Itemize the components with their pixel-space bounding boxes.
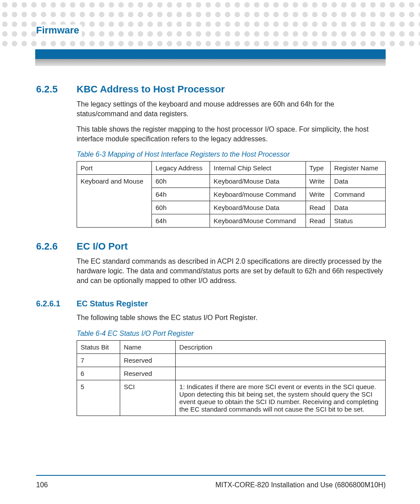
chapter-title: Firmware	[36, 25, 82, 36]
table-caption: Table 6-3 Mapping of Host Interface Regi…	[77, 151, 386, 158]
cell: 6	[77, 367, 120, 380]
section-title: EC I/O Port	[77, 241, 128, 252]
cell: Data	[331, 201, 386, 214]
table-caption: Table 6-4 EC Status I/O Port Register	[77, 330, 386, 338]
cell: 1: Indicates if there are more SCI event…	[176, 380, 386, 416]
col-internal-chip-select: Internal Chip Select	[210, 162, 306, 175]
col-legacy-address: Legacy Address	[152, 162, 210, 175]
cell: 7	[77, 353, 120, 367]
cell: Reserved	[120, 367, 176, 380]
section-6261-heading: 6.2.6.1 EC Status Register	[36, 299, 386, 309]
table-row: Keyboard and Mouse 60h Keyboard/Mouse Da…	[77, 175, 386, 188]
table-row: 7 Reserved	[77, 353, 386, 367]
table-row: 6 Reserved	[77, 367, 386, 380]
col-status-bit: Status Bit	[77, 340, 120, 353]
cell: 60h	[152, 201, 210, 214]
cell: SCI	[120, 380, 176, 416]
table-header-row: Status Bit Name Description	[77, 340, 386, 353]
col-port: Port	[77, 162, 152, 175]
cell: Data	[331, 175, 386, 188]
cell	[176, 353, 386, 367]
header-pattern	[0, 0, 420, 48]
section-title: KBC Address to Host Processor	[77, 84, 225, 95]
paragraph: This table shows the register mapping to…	[77, 125, 386, 143]
table-6-4: Status Bit Name Description 7 Reserved 6…	[77, 340, 386, 416]
cell: 5	[77, 380, 120, 416]
subsection-number: 6.2.6.1	[36, 299, 77, 309]
paragraph: The EC standard commands as described in…	[77, 257, 386, 285]
cell: Write	[306, 188, 330, 201]
table-row: 5 SCI 1: Indicates if there are more SCI…	[77, 380, 386, 416]
cell: 64h	[152, 214, 210, 228]
col-name: Name	[120, 340, 176, 353]
col-register-name: Register Name	[331, 162, 386, 175]
section-626-heading: 6.2.6 EC I/O Port	[36, 241, 386, 252]
cell: Keyboard/Mouse Data	[210, 201, 306, 214]
footer-rule	[36, 475, 386, 476]
cell: 64h	[152, 188, 210, 201]
cell: Command	[331, 188, 386, 201]
cell: Keyboard/Mouse Command	[210, 214, 306, 228]
header-grey-bar	[35, 59, 386, 66]
page-number: 106	[36, 481, 48, 489]
cell: Write	[306, 175, 330, 188]
col-description: Description	[176, 340, 386, 353]
section-625-heading: 6.2.5 KBC Address to Host Processor	[36, 84, 386, 95]
cell: Keyboard/mouse Command	[210, 188, 306, 201]
cell: Keyboard/Mouse Data	[210, 175, 306, 188]
table-6-3: Port Legacy Address Internal Chip Select…	[77, 161, 386, 228]
section-number: 6.2.6	[36, 241, 77, 252]
table-header-row: Port Legacy Address Internal Chip Select…	[77, 162, 386, 175]
subsection-title: EC Status Register	[77, 299, 148, 309]
section-number: 6.2.5	[36, 84, 77, 95]
cell-port: Keyboard and Mouse	[77, 175, 152, 228]
col-type: Type	[306, 162, 330, 175]
cell	[176, 367, 386, 380]
doc-title: MITX-CORE-820 Installation and Use (6806…	[215, 481, 386, 489]
cell: Status	[331, 214, 386, 228]
cell: Read	[306, 201, 330, 214]
header-blue-bar	[35, 49, 386, 59]
cell: 60h	[152, 175, 210, 188]
cell: Reserved	[120, 353, 176, 367]
paragraph: The legacy settings of the keyboard and …	[77, 99, 386, 118]
paragraph: The following table shows the EC status …	[77, 313, 386, 323]
cell: Read	[306, 214, 330, 228]
